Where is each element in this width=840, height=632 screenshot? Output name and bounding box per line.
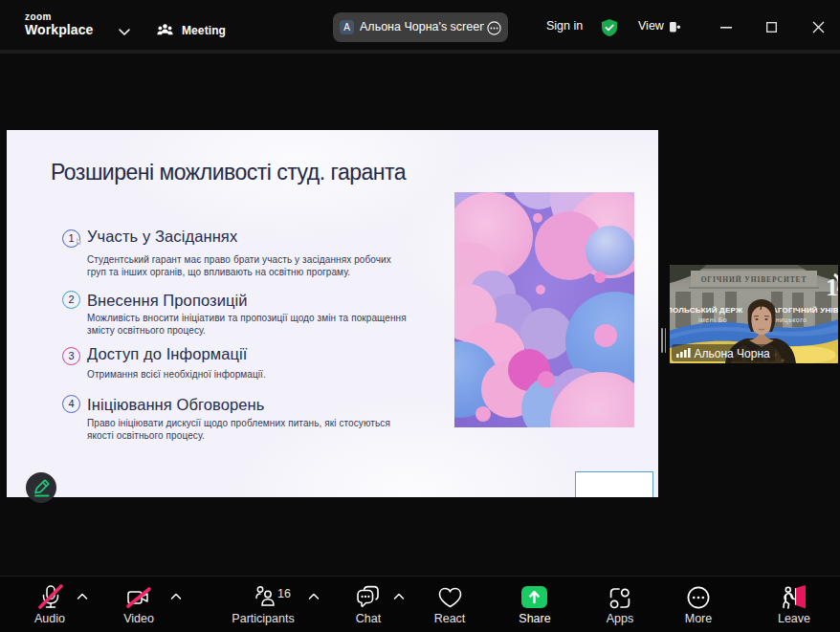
svg-text:ОГІЧНИЙ УНІВЕРСИТЕТ: ОГІЧНИЙ УНІВЕРСИТЕТ [701, 275, 807, 284]
svg-text:імені Бо: імені Бо [698, 316, 727, 323]
svg-text:ПОЛЬСЬКИЙ ДЕРЖ: ПОЛЬСЬКИЙ ДЕРЖ [670, 306, 743, 315]
svg-text:Альона Чорна: Альона Чорна [695, 347, 771, 360]
svg-text:ДАГОГІЧНИЙ УНІВЕ: ДАГОГІЧНИЙ УНІВЕ [766, 306, 838, 315]
